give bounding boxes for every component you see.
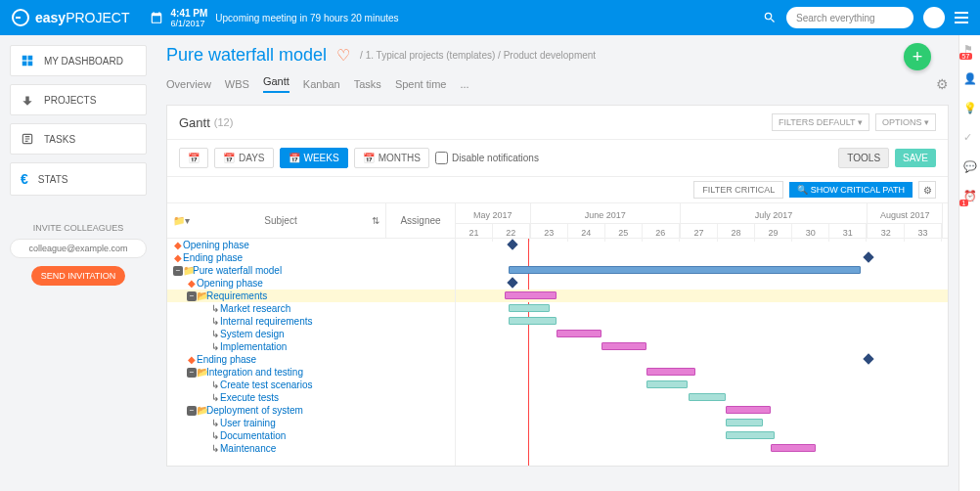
tabs: Overview WBS Gantt Kanban Tasks Spent ti…: [166, 75, 949, 93]
header-meeting: Upcoming meeting in 79 hours 20 minutes: [215, 13, 398, 23]
search-input[interactable]: Search everything: [786, 7, 913, 28]
gantt-bar[interactable]: [646, 368, 695, 376]
header-time-block: 4:41 PM 6/1/2017 Upcoming meeting in 79 …: [150, 8, 399, 28]
filter-critical-button[interactable]: FILTER CRITICAL: [693, 181, 783, 199]
settings-small-button[interactable]: ⚙: [918, 181, 936, 199]
task-row[interactable]: ↳ Market research: [167, 302, 455, 315]
brand-light: PROJECT: [66, 10, 129, 25]
top-bar: easyPROJECT 4:41 PM 6/1/2017 Upcoming me…: [0, 0, 980, 35]
scale-days[interactable]: 📅 DAYS: [214, 148, 274, 168]
options-select[interactable]: OPTIONS ▾: [875, 113, 936, 131]
logo-icon: [12, 9, 29, 26]
task-row[interactable]: ◆ Opening phase: [167, 277, 455, 290]
task-row[interactable]: ↳ Create test scenarios: [167, 379, 455, 391]
logo[interactable]: easyPROJECT: [12, 9, 130, 26]
search-icon[interactable]: [763, 11, 777, 24]
add-button[interactable]: +: [904, 43, 931, 70]
scale-months[interactable]: 📅 MONTHS: [354, 148, 429, 168]
tab-gantt[interactable]: Gantt: [263, 75, 290, 93]
tab-more[interactable]: ...: [460, 78, 468, 90]
user-icon[interactable]: 👤: [963, 72, 977, 86]
invite-email-input[interactable]: colleague@example.com: [10, 239, 147, 258]
task-row[interactable]: ◆ Ending phase: [167, 353, 455, 366]
col-assignee[interactable]: Assignee: [386, 203, 455, 238]
flag-icon[interactable]: ⚑: [963, 43, 977, 57]
task-row[interactable]: ◆ Opening phase: [167, 239, 455, 251]
nav-label: MY DASHBOARD: [44, 56, 123, 67]
tools-button[interactable]: TOOLS: [838, 148, 889, 168]
show-critical-path-button[interactable]: 🔍 SHOW CRITICAL PATH: [789, 182, 913, 198]
task-row[interactable]: ◆ Ending phase: [167, 251, 455, 264]
chat-icon[interactable]: 💬: [963, 160, 977, 174]
milestone-diamond[interactable]: [507, 277, 517, 288]
gantt-bar[interactable]: [726, 419, 763, 426]
send-invitation-button[interactable]: SEND INVITATION: [31, 266, 126, 286]
gantt-bar[interactable]: [689, 393, 726, 401]
tab-wbs[interactable]: WBS: [225, 78, 249, 90]
gantt-bar[interactable]: [509, 317, 557, 325]
euro-icon: €: [21, 171, 28, 187]
scale-weeks[interactable]: 📅 WEEKS: [280, 148, 348, 168]
task-row[interactable]: ↳ Documentation: [167, 429, 455, 442]
nav-label: STATS: [38, 174, 68, 185]
svg-rect-3: [28, 62, 33, 67]
milestone-diamond[interactable]: [863, 353, 873, 364]
task-row[interactable]: ↳ Internal requirements: [167, 315, 455, 328]
calendar-button[interactable]: 📅: [179, 148, 208, 168]
gantt-bar[interactable]: [726, 406, 771, 414]
task-tree: ◆ Opening phase◆ Ending phase− 📁 Pure wa…: [167, 239, 455, 455]
gantt-timeline[interactable]: May 20172122June 201723242526July 201727…: [456, 203, 948, 467]
svg-rect-0: [22, 56, 27, 61]
gantt-bar[interactable]: [771, 444, 816, 452]
avatar[interactable]: [923, 7, 945, 28]
nav-tasks[interactable]: TASKS: [10, 123, 147, 155]
menu-icon[interactable]: [955, 12, 968, 23]
task-row[interactable]: − 📂 Requirements: [167, 290, 455, 302]
nav-projects[interactable]: PROJECTS: [10, 84, 147, 115]
task-row[interactable]: − 📁 Pure waterfall model: [167, 264, 455, 277]
task-row[interactable]: − 📂 Integration and testing: [167, 366, 455, 379]
col-subject[interactable]: Subject: [264, 215, 296, 226]
dashboard-icon: [21, 54, 34, 67]
header-time: 4:41 PM: [171, 8, 208, 19]
filters-select[interactable]: FILTERS DEFAULT ▾: [772, 113, 869, 131]
page-title[interactable]: Pure waterfall model: [166, 45, 327, 66]
disable-notifications-checkbox[interactable]: Disable notifications: [435, 152, 539, 164]
gantt-bar[interactable]: [509, 266, 861, 274]
task-row[interactable]: ↳ User training: [167, 417, 455, 429]
right-rail: ⚑ 👤 💡 ✓ 💬 ⏰: [958, 35, 980, 491]
tab-tasks[interactable]: Tasks: [354, 78, 381, 90]
gantt-bar[interactable]: [509, 304, 550, 312]
gantt-tree-column: 📁▾Subject⇅ Assignee ◆ Opening phase◆ End…: [167, 203, 456, 467]
check-icon[interactable]: ✓: [963, 131, 977, 145]
favorite-icon[interactable]: ♡: [336, 46, 350, 65]
brand-bold: easy: [35, 10, 66, 25]
save-button[interactable]: SAVE: [895, 149, 936, 167]
milestone-diamond[interactable]: [863, 251, 873, 262]
gantt-bar[interactable]: [601, 342, 646, 350]
milestone-diamond[interactable]: [507, 239, 517, 249]
task-row[interactable]: ↳ Execute tests: [167, 391, 455, 404]
gantt-bar[interactable]: [557, 330, 601, 337]
gantt-bar[interactable]: [726, 431, 775, 439]
svg-rect-1: [28, 56, 33, 61]
bulb-icon[interactable]: 💡: [963, 102, 977, 115]
header-date: 6/1/2017: [171, 19, 208, 28]
nav-label: PROJECTS: [44, 95, 96, 106]
gear-icon[interactable]: ⚙: [936, 76, 949, 92]
breadcrumb[interactable]: / 1. Typical projects (templates) / Prod…: [360, 50, 596, 61]
tab-kanban[interactable]: Kanban: [303, 78, 340, 90]
task-row[interactable]: − 📂 Deployment of system: [167, 404, 455, 417]
task-row[interactable]: ↳ System design: [167, 328, 455, 340]
task-row[interactable]: ↳ Implementation: [167, 340, 455, 353]
clock-icon[interactable]: ⏰: [963, 190, 977, 203]
tab-overview[interactable]: Overview: [166, 78, 211, 90]
panel-title: Gantt: [179, 115, 210, 130]
tasks-icon: [21, 132, 34, 146]
gantt-bar[interactable]: [505, 291, 557, 299]
task-row[interactable]: ↳ Maintenance: [167, 442, 455, 455]
tab-spent-time[interactable]: Spent time: [395, 78, 447, 90]
nav-stats[interactable]: €STATS: [10, 162, 147, 196]
gantt-bar[interactable]: [646, 380, 688, 388]
nav-dashboard[interactable]: MY DASHBOARD: [10, 45, 147, 76]
